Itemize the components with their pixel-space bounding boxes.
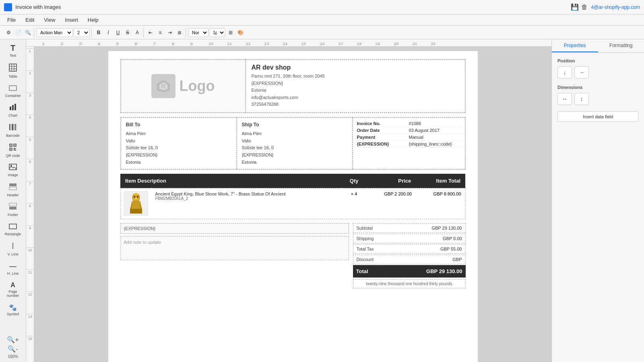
v-ruler-mark: 14 [26,336,34,358]
ruler-mark: 14 [283,42,301,46]
logo-section[interactable]: Logo [121,60,246,113]
delete-icon[interactable]: 🗑 [581,4,588,11]
logo-icon [151,74,175,98]
svg-rect-20 [14,148,15,149]
symbol-icon: 🐾 [9,304,17,311]
notes-expression[interactable]: {EXPRESSION} [120,223,349,234]
dim-width-btn[interactable]: ↔ [557,93,572,105]
dim-height-btn[interactable]: ↕ [574,93,589,105]
sidebar-label-chart: Chart [8,113,17,118]
v-ruler-mark: 2 [26,70,34,93]
ruler-mark: 13 [264,42,283,46]
sidebar-item-qrcode[interactable]: QR code [1,141,25,160]
sidebar-item-image[interactable]: Image [1,161,25,180]
ship-to-block[interactable]: Ship To Alma Piim Valio Sütiste tee 16, … [237,117,353,169]
qrcode-icon [9,144,17,153]
new-doc-btn[interactable]: 📄 [14,28,23,37]
fontcolor-btn[interactable]: A [133,28,142,37]
tab-formatting[interactable]: Formatting [598,39,644,52]
subtotal-label: Subtotal [357,226,422,230]
logo-placeholder: Logo [151,74,215,98]
sidebar-item-symbol[interactable]: 🐾 Symbol [1,301,25,319]
bold-btn[interactable]: B [94,28,103,37]
v-ruler-mark: 9 [26,225,34,247]
menu-edit[interactable]: Edit [21,16,38,24]
italic-btn[interactable]: I [104,28,113,37]
tab-properties[interactable]: Properties [552,39,598,52]
sidebar-item-footer[interactable]: Footer [1,200,25,220]
style-select[interactable]: Nor [188,28,208,37]
search-btn[interactable]: 🔍 [23,28,32,37]
ruler-mark: 3 [79,42,98,46]
ship-to-company: Valio [242,138,347,145]
insert-field-btn[interactable]: Insert data field [557,111,638,122]
zoom-out-btn[interactable]: 🔍- [8,345,18,353]
item-details: Ancient Egypt King, Blue Stone Work, 7" … [151,188,342,219]
company-info[interactable]: AR dev shop Parnu mnt 271, 20th floor, r… [246,60,465,113]
svg-rect-28 [9,207,17,210]
underline-btn[interactable]: U [114,28,122,37]
chart-icon [9,103,17,113]
logo-text: Logo [180,78,215,95]
text-icon: T [10,43,15,53]
pos-down-btn[interactable]: ↓ [557,66,572,78]
settings-btn[interactable]: ⚙ [4,28,13,37]
svg-rect-5 [9,86,17,90]
item-name: Ancient Egypt King, Blue Stone Work, 7" … [155,191,338,196]
font-size-select[interactable]: 2 [74,28,90,37]
grand-total-value: GBP 29 130.00 [422,268,462,274]
grand-total-label: Total [356,268,422,274]
strikethrough-btn[interactable]: S [123,28,132,37]
font-family-select[interactable]: Action Man [37,28,73,37]
ruler-mark: 6 [135,42,153,46]
save-icon[interactable]: 💾 [571,3,579,11]
sidebar-item-container[interactable]: Container [1,82,25,101]
pos-right-btn[interactable]: → [574,66,589,78]
ship-to-street: Sütiste tee 16, 0 [242,144,347,152]
align-right-btn[interactable]: ⇥ [165,28,174,37]
horizontal-ruler: 1 2 3 4 5 6 7 8 9 10 11 12 13 14 15 16 1… [26,39,551,47]
sidebar-item-chart[interactable]: Chart [1,101,25,120]
items-table-header: Item Description Qty Price Item Total [120,174,465,188]
svg-rect-7 [12,105,14,110]
border-select[interactable]: 1px [209,28,225,37]
sidebar-item-pagenumber[interactable]: A Page number [1,279,25,301]
sidebar-item-text[interactable]: T Text [1,41,25,60]
menu-view[interactable]: View [40,16,59,24]
border-style-btn[interactable]: ⊞ [226,28,235,37]
menu-help[interactable]: Help [84,16,103,24]
topbar: Invoice with images 💾 🗑 4@ar-shopify-app… [0,0,644,14]
ruler-mark: 10 [209,42,227,46]
bottom-section: {EXPRESSION} Add note to update Subtotal… [120,223,466,288]
table-row[interactable]: Ancient Egypt King, Blue Stone Work, 7" … [120,188,465,219]
discount-value: GBP [422,257,462,262]
document-scroll[interactable]: Logo AR dev shop Parnu mnt 271, 20th flo… [34,47,551,362]
align-center-btn[interactable]: ≡ [156,28,165,37]
item-total: GBP 8 800.00 [416,188,465,219]
sidebar-item-vline[interactable]: V. Line [1,240,25,259]
align-justify-btn[interactable]: ≣ [175,28,184,37]
bill-to-block[interactable]: Bill To Alma Piim Valio Sütiste tee 16, … [121,117,237,169]
container-icon [9,84,17,93]
sidebar-label-pagenumber: Page number [3,290,23,298]
sidebar-item-hline[interactable]: H. Line [1,260,25,278]
ruler-mark: 20 [394,42,413,46]
svg-rect-12 [14,124,14,130]
sidebar-label-footer: Footer [8,213,18,217]
sidebar-item-barcode[interactable]: Barcode [1,121,25,140]
sidebar-item-rectangle[interactable]: Rectangle [1,220,25,239]
shipping-row: Shipping GBP 0.00 [353,234,466,243]
invoice-meta[interactable]: Invoice No. #1086 Order Date 03 August 2… [353,117,465,169]
items-table: Item Description Qty Price Item Total [120,174,466,219]
sidebar-label-table: Table [8,74,17,79]
menu-insert[interactable]: Insert [61,16,82,24]
tax-label: Total Tax [357,247,422,251]
align-left-btn[interactable]: ⇤ [146,28,155,37]
notes-placeholder[interactable]: Add note to update [120,236,349,260]
zoom-in-btn[interactable]: 🔍+ [7,336,19,343]
fill-btn[interactable]: 🎨 [236,28,245,37]
menu-file[interactable]: File [3,16,20,24]
svg-rect-15 [10,145,11,146]
sidebar-item-header[interactable]: Header [1,181,25,200]
sidebar-item-table[interactable]: Table [1,61,25,81]
